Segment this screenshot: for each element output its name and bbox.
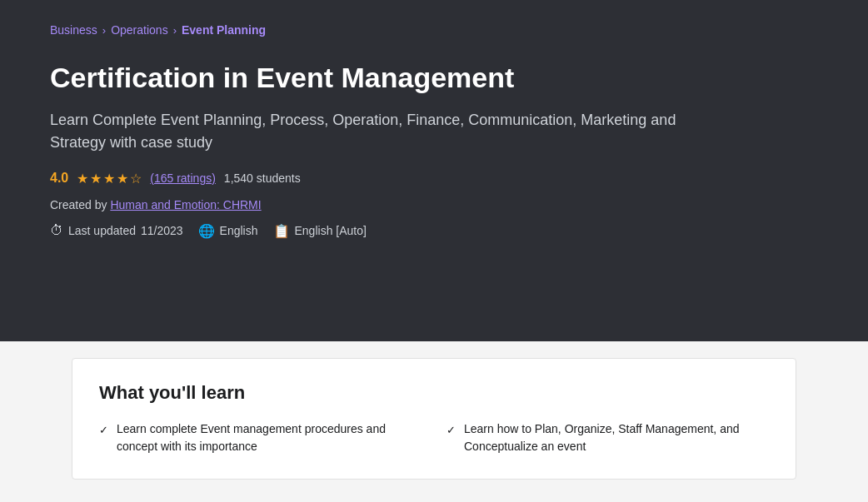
star-rating: ★ ★ ★ ★ ☆ [77,171,142,186]
star-4: ★ [117,171,128,186]
clock-icon: ⏱ [50,223,63,238]
creator-link[interactable]: Human and Emotion: CHRMI [110,198,261,211]
checkmark-icon-2: ✓ [446,422,456,439]
last-updated-item: ⏱ Last updated 11/2023 [50,223,183,238]
meta-row: ⏱ Last updated 11/2023 🌐 English 📋 Engli… [50,223,818,239]
rating-score: 4.0 [50,171,68,186]
star-1: ★ [77,171,88,186]
breadcrumb-business[interactable]: Business [50,23,97,37]
captions-icon: 📋 [273,223,290,239]
last-updated-value: 11/2023 [141,224,183,237]
creator-label: Created by [50,198,107,211]
captions-item: 📋 English [Auto] [273,223,367,239]
language-value: English [220,224,258,237]
breadcrumb-event-planning: Event Planning [182,23,266,37]
learn-text-right-1: Learn how to Plan, Organize, Staff Manag… [464,420,769,455]
star-3: ★ [103,171,115,186]
what-you-learn-section: What you'll learn ✓ Learn complete Event… [72,358,796,480]
last-updated-label: Last updated [68,224,136,237]
creator-row: Created by Human and Emotion: CHRMI [50,198,818,211]
learn-text-left-1: Learn complete Event management procedur… [117,420,422,455]
learn-grid: ✓ Learn complete Event management proced… [99,420,769,455]
captions-value: English [Auto] [295,224,367,237]
learn-item-right-1: ✓ Learn how to Plan, Organize, Staff Man… [446,420,769,455]
what-you-learn-title: What you'll learn [99,382,769,404]
breadcrumb-operations[interactable]: Operations [111,23,167,37]
students-count: 1,540 students [224,171,301,185]
ratings-link[interactable]: (165 ratings) [150,171,216,185]
language-item: 🌐 English [198,223,258,239]
course-subtitle: Learn Complete Event Planning, Process, … [50,109,700,154]
globe-icon: 🌐 [198,223,215,239]
hero-section: Business › Operations › Event Planning C… [0,0,868,341]
breadcrumb: Business › Operations › Event Planning [50,23,818,37]
learn-item-left-1: ✓ Learn complete Event management proced… [99,420,422,455]
rating-row: 4.0 ★ ★ ★ ★ ☆ (165 ratings) 1,540 studen… [50,171,818,186]
breadcrumb-separator-2: › [173,24,177,37]
star-2: ★ [90,171,102,186]
breadcrumb-separator-1: › [102,24,106,37]
checkmark-icon-1: ✓ [99,422,108,439]
course-title: Certification in Event Management [50,60,733,96]
star-half: ☆ [130,171,142,186]
